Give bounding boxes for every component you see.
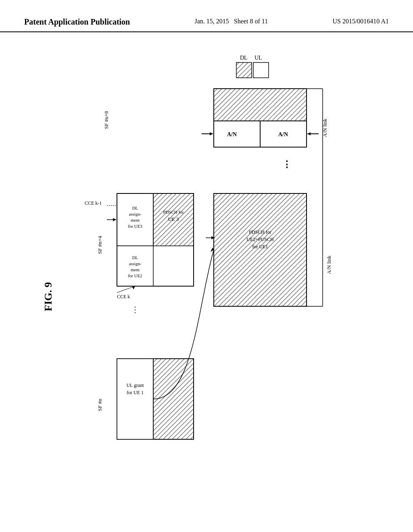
cce-k-line [117,286,135,293]
dl-ue3-text4: for UE3 [128,224,142,229]
sf-n4-left-outer-box [117,193,194,286]
sf-n8-dl-box [214,89,307,147]
curve-arrowhead [211,247,214,252]
publication-date-sheet: Jan. 15, 2015 Sheet 8 of 11 [195,16,268,27]
pdsch-arrowhead [211,236,215,239]
an-arrowhead-1 [210,132,213,135]
publication-title: Patent Application Publication [24,16,130,27]
dl-ue2-text2: assign- [129,261,142,266]
sf-n-label: SF #n [97,399,103,411]
dl-ue2-text4: for UE2 [128,273,142,278]
dots-2: ⋮ [131,305,139,314]
legend-dl-label: DL [240,55,248,61]
dl-ue3-box [117,193,153,246]
sf-n-hatch-box [153,359,194,439]
an-box-2 [260,121,307,147]
dl-ue3-text2: assign- [129,212,142,216]
legend-ul-box [253,62,269,78]
figure-label: FIG. 9 [42,282,54,311]
dots-1: ⋮ [282,159,291,169]
ul-grant-text2: for UE 1 [127,390,144,395]
sf-n8-label: SF #n+8 [103,111,109,129]
an-arrowhead-2 [307,132,311,135]
dl-ue3-text1: DL [132,206,138,210]
pdsch-pusch-text2: UE2=PUSCH [246,237,274,242]
an-link-label-bottom: A/N link [326,256,332,274]
pdsch-pusch-text3: for UE1 [252,244,268,249]
pdsch-ue3-box [153,193,194,246]
dl-ue2-text1: DL [132,255,138,260]
sf-n4-label: SF #n+4 [97,236,103,254]
diagram-svg: DL UL SF #n+8 A/N A/N A/N link ⋮ SF #n+4… [0,0,413,532]
page-header: Patent Application Publication Jan. 15, … [0,0,413,32]
pdsch-pusch-box [214,193,307,306]
curve-line [153,250,214,399]
dl-ue2-text3: ment [131,267,140,272]
pdsch-ue3-text2: UE 3 [168,216,179,222]
dl-ue3-text3: ment [131,218,140,222]
cce-k-label: CCE k [117,294,130,299]
ul-grant-text1: UL grant [126,382,144,388]
sf-n-outer-box [117,359,194,439]
an-box-2-label: A/N [278,131,288,137]
publication-number: US 2015/0016410 A1 [332,16,389,27]
cce-k-arrowhead [132,286,135,289]
an-box-1 [214,121,260,147]
dl-ue2-box [117,246,153,286]
pdsch-pusch-text1: PDSCH for [249,229,271,235]
an-box-1-label: A/N [227,131,237,137]
cce-k1-arrowhead [113,218,116,221]
pdsch-ue3-text1: PDSCH for [163,210,184,214]
legend-ul-label: UL [254,55,262,61]
ul-grant-box [117,359,153,439]
cce-k1-label: CCE k-1 [85,200,102,206]
legend-dl-box [236,62,252,78]
an-link-label-top: A/N link [322,118,328,137]
